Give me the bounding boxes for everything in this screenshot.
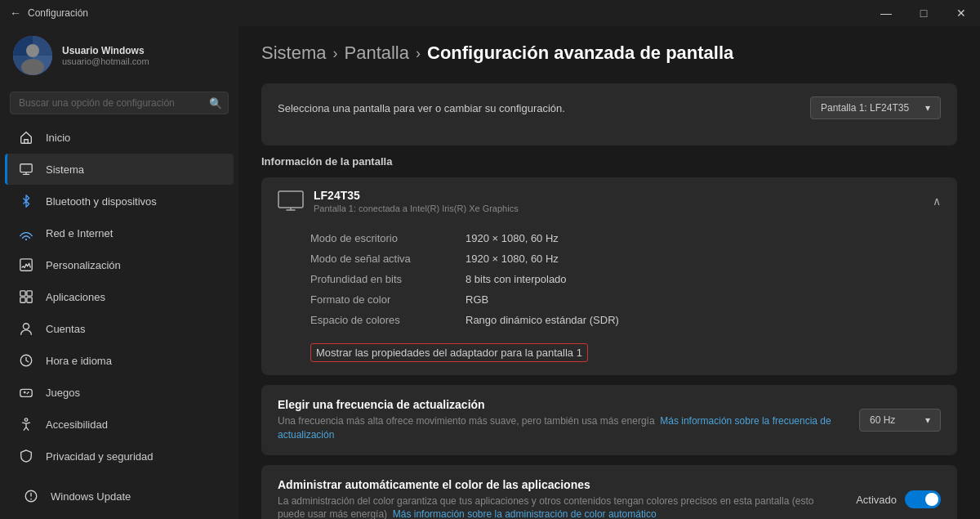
color-mgmt-top: Administrar automáticamente el color de …	[278, 478, 941, 519]
info-value-4: Rango dinámico estándar (SDR)	[466, 314, 619, 326]
sidebar-label-accesibilidad: Accesibilidad	[46, 418, 108, 431]
svg-rect-9	[27, 291, 32, 296]
sidebar-item-cuentas[interactable]: Cuentas	[5, 313, 234, 344]
maximize-button[interactable]: □	[905, 0, 942, 26]
minimize-button[interactable]: —	[867, 0, 905, 26]
gaming-icon	[18, 384, 34, 400]
sidebar-item-personalizacion[interactable]: Personalización	[5, 249, 234, 280]
sidebar-label-aplicaciones: Aplicaciones	[46, 291, 105, 303]
sidebar-item-windows-update[interactable]: Windows Update	[10, 481, 229, 512]
display-info-header[interactable]: LF24T35 Pantalla 1: conectada a Intel(R)…	[261, 177, 957, 225]
sidebar-label-inicio: Inicio	[46, 132, 70, 144]
info-row-3: Formato de color RGB	[310, 289, 941, 310]
svg-point-4	[21, 59, 44, 75]
color-mgmt-card: Administrar automáticamente el color de …	[261, 465, 957, 519]
avatar	[13, 36, 52, 75]
frequency-desc: Una frecuencia más alta ofrece movimient…	[278, 414, 849, 442]
time-icon	[18, 352, 34, 369]
svg-rect-10	[20, 298, 25, 302]
home-icon	[18, 129, 34, 145]
display-info-body: Modo de escritorio 1920 × 1080, 60 Hz Mo…	[261, 225, 957, 375]
avatar-image	[13, 36, 52, 75]
breadcrumb: Sistema › Pantalla › Configuración avanz…	[261, 43, 957, 64]
color-mgmt-link[interactable]: Más información sobre la administración …	[393, 508, 657, 519]
dropdown-chevron-icon: ▾	[925, 102, 930, 114]
sidebar-label-personalizacion: Personalización	[46, 259, 121, 271]
sidebar-item-inicio[interactable]: Inicio	[5, 122, 234, 153]
sidebar-label-red: Red e Internet	[46, 227, 113, 239]
accessibility-icon	[18, 416, 34, 432]
app-body: Usuario Windows usuario@hotmail.com 🔍 In…	[0, 26, 980, 519]
display-info-header-left: LF24T35 Pantalla 1: conectada a Intel(R)…	[278, 189, 519, 213]
color-mgmt-toggle[interactable]	[905, 490, 941, 508]
main-content: Sistema › Pantalla › Configuración avanz…	[238, 26, 980, 519]
adapter-properties-link[interactable]: Mostrar las propiedades del adaptador pa…	[310, 343, 588, 362]
info-row-4: Espacio de colores Rango dinámico estánd…	[310, 310, 941, 330]
titlebar-controls: — □ ✕	[867, 0, 980, 26]
info-value-2: 8 bits con interpolado	[466, 273, 567, 285]
windows-update-icon	[23, 488, 39, 504]
breadcrumb-sep1: ›	[332, 45, 337, 62]
bluetooth-icon	[18, 193, 34, 209]
page-title: Configuración avanzada de pantalla	[427, 43, 733, 64]
adapter-link-container: Mostrar las propiedades del adaptador pa…	[310, 337, 941, 362]
svg-rect-11	[27, 298, 32, 302]
back-button[interactable]: ←	[10, 7, 21, 20]
display-info-section-header: Información de la pantalla	[261, 155, 957, 168]
info-value-3: RGB	[466, 293, 488, 306]
frequency-dropdown[interactable]: 60 Hz ▾	[859, 409, 941, 432]
sidebar-label-cuentas: Cuentas	[46, 323, 85, 335]
info-row-2: Profundidad en bits 8 bits con interpola…	[310, 269, 941, 289]
breadcrumb-sistema[interactable]: Sistema	[261, 43, 326, 64]
sidebar-bottom: Windows Update	[0, 473, 238, 519]
sidebar-item-aplicaciones[interactable]: Aplicaciones	[5, 281, 234, 312]
profile-email: usuario@hotmail.com	[62, 56, 149, 66]
svg-rect-20	[278, 191, 303, 208]
svg-rect-5	[20, 164, 32, 172]
breadcrumb-pantalla[interactable]: Pantalla	[344, 43, 409, 64]
sidebar-item-red[interactable]: Red e Internet	[5, 217, 234, 248]
display-subtitle: Pantalla 1: conectada a Intel(R) Iris(R)…	[314, 204, 519, 213]
frequency-chevron-icon: ▾	[925, 414, 930, 426]
frequency-title: Elegir una frecuencia de actualización	[278, 398, 849, 411]
frequency-desc-text: Una frecuencia más alta ofrece movimient…	[278, 415, 655, 427]
sidebar-label-hora: Hora e idioma	[46, 355, 112, 367]
frequency-text-group: Elegir una frecuencia de actualización U…	[278, 398, 849, 442]
svg-point-12	[23, 324, 29, 329]
info-label-1: Modo de señal activa	[310, 253, 466, 265]
sidebar: Usuario Windows usuario@hotmail.com 🔍 In…	[0, 26, 238, 519]
display-info-chevron-icon: ∧	[933, 195, 941, 208]
info-label-2: Profundidad en bits	[310, 273, 466, 285]
sidebar-item-privacidad[interactable]: Privacidad y seguridad	[5, 441, 234, 472]
color-mgmt-title: Administrar automáticamente el color de …	[278, 478, 843, 491]
display-name: LF24T35	[314, 189, 519, 202]
sidebar-item-accesibilidad[interactable]: Accesibilidad	[5, 409, 234, 440]
network-icon	[18, 225, 34, 241]
close-button[interactable]: ✕	[942, 0, 980, 26]
sidebar-item-juegos[interactable]: Juegos	[5, 377, 234, 408]
info-value-1: 1920 × 1080, 60 Hz	[466, 253, 559, 265]
info-label-4: Espacio de colores	[310, 314, 466, 326]
sidebar-item-bluetooth[interactable]: Bluetooth y dispositivos	[5, 186, 234, 217]
sidebar-item-sistema[interactable]: Sistema	[5, 154, 234, 185]
personalization-icon	[18, 257, 34, 273]
profile-text: Usuario Windows usuario@hotmail.com	[62, 45, 149, 66]
svg-point-17	[24, 418, 28, 422]
monitor-icon	[278, 190, 304, 212]
search-input[interactable]	[10, 92, 229, 114]
sidebar-label-windows-update: Windows Update	[51, 490, 131, 503]
svg-point-6	[25, 239, 27, 240]
monitor-dropdown[interactable]: Pantalla 1: LF24T35 ▾	[810, 96, 941, 119]
sidebar-item-hora[interactable]: Hora e idioma	[5, 345, 234, 376]
display-title-group: LF24T35 Pantalla 1: conectada a Intel(R)…	[314, 189, 519, 213]
accounts-icon	[18, 320, 34, 337]
color-mgmt-desc: La administración del color garantiza qu…	[278, 494, 843, 519]
titlebar-left: ← Configuración	[10, 7, 88, 20]
breadcrumb-sep2: ›	[416, 45, 421, 62]
monitor-dropdown-value: Pantalla 1: LF24T35	[821, 102, 909, 114]
info-label-3: Formato de color	[310, 293, 466, 306]
toggle-label: Activado	[856, 494, 897, 506]
sidebar-nav: Inicio Sistema Bluetoo	[0, 121, 238, 473]
monitor-selector-row: Selecciona una pantalla para ver o cambi…	[278, 96, 941, 119]
monitor-selector-label: Selecciona una pantalla para ver o cambi…	[278, 102, 565, 114]
